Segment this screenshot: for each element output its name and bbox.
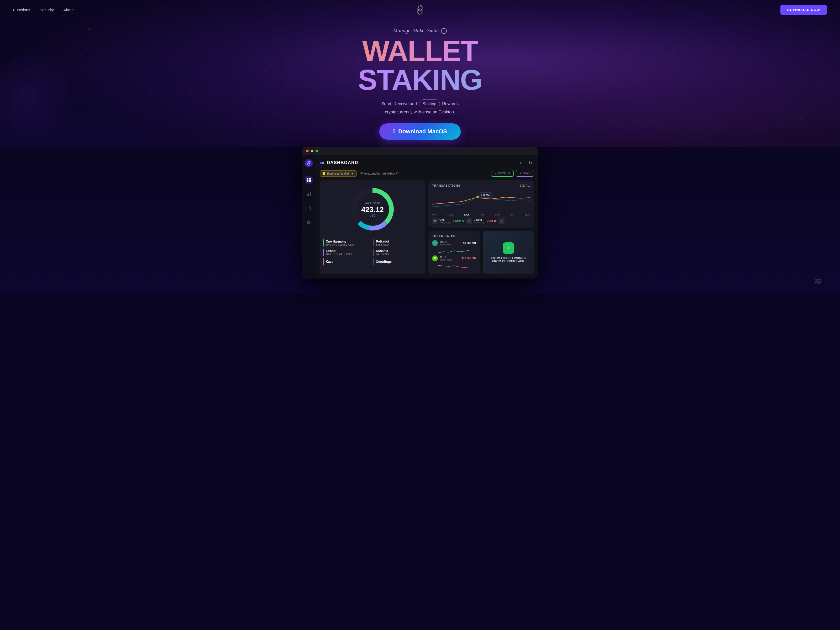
svg-rect-10 <box>307 207 311 210</box>
usdt-info: USDT Tether USD <box>440 240 452 246</box>
nav-logo <box>413 3 427 17</box>
search-icon[interactable]: ⚬ <box>516 159 524 166</box>
hero-subtitle: Send, Receive and Staking Rewards crypto… <box>5 99 835 115</box>
staking-badge: Staking <box>419 99 440 108</box>
token-rates-header: TOKEN RATES <box>432 234 476 238</box>
svg-rect-4 <box>309 178 311 180</box>
token-info-elrand: Elrand 18.0 ELR | $43.8 USD <box>326 249 352 256</box>
main-dashboard: DASHBOARD ⚬ ↻ Business Wallet <box>316 155 538 278</box>
dashboard-grid: Wallet Value 423.12 USD <box>320 180 534 274</box>
chevron-down-icon: ▼ <box>351 172 354 175</box>
wallet-value-text: Wallet Value 423.12 USD <box>361 201 384 217</box>
sidebar-settings-icon[interactable] <box>305 218 313 226</box>
refresh-icon[interactable]: ↻ <box>527 159 534 166</box>
svg-rect-5 <box>306 180 308 182</box>
wallet-selector-dot <box>323 172 325 175</box>
receive-button[interactable]: ✓ RECEIVE <box>491 170 514 177</box>
wallet-address: ✉ one1pmd9jc_utr6y03cw ⧉ <box>360 172 398 175</box>
token-info-one: One Harmony 10.0 ONE | $363.2 USD <box>326 240 354 246</box>
chart-months: MAY JUNE JULY AUG SEP OCT NOV <box>432 213 530 216</box>
apple-icon:  <box>393 128 395 135</box>
download-macos-button[interactable]:  Download MacOS <box>379 123 461 140</box>
tx-elrand-info: Elrand 3 days ago <box>474 218 485 224</box>
token-info-centrifuge: Centrifuge <box>376 260 392 264</box>
send-icon: ✉ <box>360 172 363 175</box>
copy-icon[interactable]: ⧉ <box>396 172 398 175</box>
token-color-one <box>324 239 324 246</box>
transactions-title: TRANSASCTIONS <box>432 184 460 187</box>
token-color-elrand <box>324 249 324 256</box>
list-item: Elrand 18.0 ELR | $43.8 USD <box>324 249 371 256</box>
token-rates-card: TOKEN RATES T USDT Tether USD <box>428 231 480 274</box>
earnings-add-icon: + <box>503 242 514 254</box>
navbar: Functions Security About <box>0 0 840 20</box>
list-item: Kusama $43.8 USD <box>374 249 422 256</box>
transactions-header: TRANSASCTIONS SEE ALL <box>432 184 530 187</box>
transaction-items: ⊞ One 2 days ago + $309.72 <box>432 218 530 224</box>
tx-elrand-amount: - $90.16 <box>487 220 497 223</box>
token-info-kava: Kava <box>326 260 333 264</box>
svg-rect-3 <box>306 178 308 180</box>
list-item: One Harmony 10.0 ONE | $363.2 USD <box>324 239 371 246</box>
svg-rect-6 <box>309 180 311 182</box>
tx-one-info: One 2 days ago <box>439 218 451 224</box>
table-row: ⊞ One 2 days ago + $309.72 <box>432 218 464 224</box>
nav-links: Functions Security About <box>13 8 74 12</box>
usdt-price: $1.00 USD <box>463 242 476 245</box>
token-info-kusama: Kusama $43.8 USD <box>376 249 389 256</box>
dashboard-window: DASHBOARD ⚬ ↻ Business Wallet <box>302 147 538 278</box>
wallet-selector[interactable]: Business Wallet ▼ <box>320 171 357 177</box>
token-color-kusama <box>374 249 374 256</box>
send-button[interactable]: ↗ SEND <box>516 170 534 177</box>
wallet-donut-chart: Wallet Value 423.12 USD <box>349 186 396 233</box>
list-item: T USDT Tether USD $1.00 USD <box>432 240 476 246</box>
token-color-dot <box>374 239 374 246</box>
wallet-selector-label: Business Wallet <box>327 172 349 175</box>
tx-elrand-icon: □ <box>466 218 472 224</box>
tx-one-amount: + $309.72 <box>453 220 464 223</box>
watermark: ≋ <box>814 274 835 289</box>
estimated-earnings-card: + ESTIMATED EARNINGSFROM CURRENT APR <box>483 231 534 274</box>
hero-content: Manage, Stake, Smile WALLET STAKING Send… <box>0 20 840 150</box>
sidebar <box>302 155 316 278</box>
table-row: □ Elrand 3 days ago - $90.16 <box>466 218 497 224</box>
hero-tagline: Manage, Stake, Smile <box>5 28 835 34</box>
nav-security[interactable]: Security <box>39 8 54 12</box>
sidebar-portfolio-icon[interactable] <box>305 204 313 212</box>
list-item: Kava <box>324 258 371 265</box>
dashboard-actions: ⚬ ↻ <box>516 159 534 166</box>
wallet-bar: Business Wallet ▼ ✉ one1pmd9jc_utr6y03cw… <box>320 170 534 177</box>
token-list: One Harmony 10.0 ONE | $363.2 USD Polkad… <box>324 239 422 265</box>
download-macos-label: Download MacOS <box>398 128 447 135</box>
transactions-chart: $ 3,250 <box>432 190 530 211</box>
svg-rect-7 <box>306 194 308 196</box>
sidebar-dashboard-icon[interactable] <box>305 176 313 184</box>
dashboard-title-icon <box>320 162 324 164</box>
list-item: Centrifuge <box>374 258 422 265</box>
dashboard-preview: DASHBOARD ⚬ ↻ Business Wallet <box>302 147 538 278</box>
sidebar-chart-icon[interactable] <box>305 190 313 198</box>
nav-functions[interactable]: Functions <box>13 8 30 12</box>
token-color-kava <box>324 258 324 265</box>
download-now-button[interactable]: DOWNLOAD NOW <box>780 5 827 15</box>
earnings-label: ESTIMATED EARNINGSFROM CURRENT APR <box>491 256 526 263</box>
nav-about[interactable]: About <box>63 8 74 12</box>
svg-rect-9 <box>310 192 311 196</box>
neo-icon: N <box>432 256 438 261</box>
dashboard-header: DASHBOARD ⚬ ↻ <box>320 159 534 166</box>
list-item: Polkadot $43.8 USD <box>374 239 422 246</box>
wallet-value-card: Wallet Value 423.12 USD <box>320 180 425 274</box>
tx-kava-icon: ✕ <box>499 218 505 224</box>
transactions-card: TRANSASCTIONS SEE ALL $ 3,250 <box>428 180 534 227</box>
wallet-action-buttons: ✓ RECEIVE ↗ SEND <box>491 170 534 177</box>
sidebar-logo <box>305 159 313 167</box>
neo-info: NEO NEO | NEO <box>440 256 452 261</box>
svg-text:≋: ≋ <box>814 276 822 287</box>
tx-one-icon: ⊞ <box>432 218 438 224</box>
see-all-link[interactable]: SEE ALL <box>520 184 530 187</box>
smile-icon <box>441 28 447 34</box>
dashboard-body: DASHBOARD ⚬ ↻ Business Wallet <box>302 155 538 278</box>
list-item: N NEO NEO | NEO $12.00 USD <box>432 256 476 261</box>
hero-title-wallet: WALLET <box>5 36 835 65</box>
table-row: ✕ <box>499 218 505 224</box>
